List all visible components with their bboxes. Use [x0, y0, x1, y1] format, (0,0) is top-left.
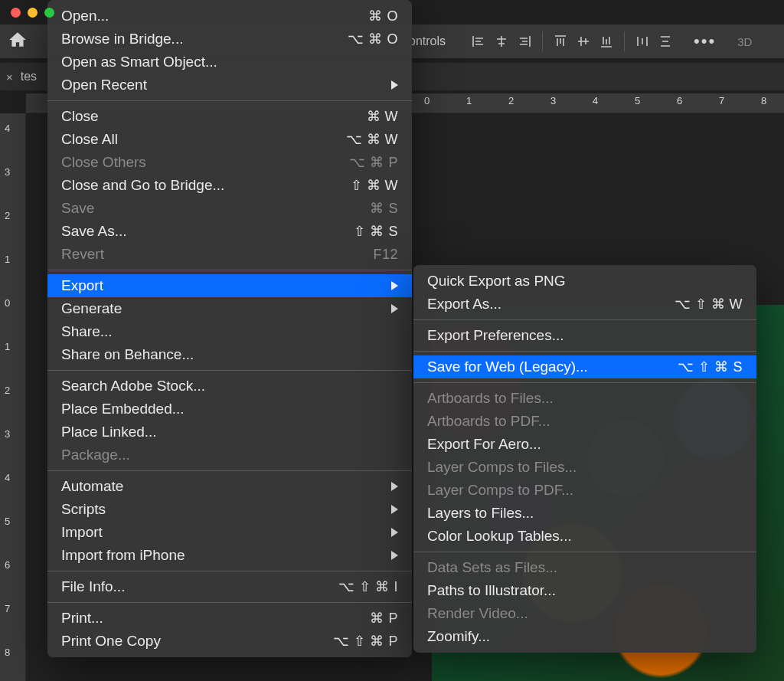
file_menu-item-label: Share...: [61, 322, 398, 342]
file_menu-item[interactable]: Open Recent: [47, 74, 412, 97]
file_menu-item[interactable]: Open as Smart Object...: [47, 51, 412, 74]
export_menu-item[interactable]: Export For Aero...: [413, 433, 756, 456]
export-submenu: Quick Export as PNGExport As...⌥ ⇧ ⌘ WEx…: [413, 265, 756, 653]
file_menu-separator: [47, 270, 412, 270]
submenu-arrow-icon: [391, 80, 398, 90]
ruler-v-tick: 7: [5, 603, 10, 614]
export_menu-item[interactable]: Save for Web (Legacy)...⌥ ⇧ ⌘ S: [413, 355, 756, 378]
file_menu-item-label: Close Others: [61, 152, 349, 172]
file_menu-item: RevertF12: [47, 243, 412, 266]
ruler-h-tick: 8: [761, 95, 766, 106]
file_menu-item[interactable]: Generate: [47, 297, 412, 320]
more-options-icon[interactable]: •••: [694, 31, 716, 51]
export_menu-item-label: Export Preferences...: [427, 326, 743, 345]
file_menu-item[interactable]: Share...: [47, 320, 412, 343]
file_menu-item-label: Search Adobe Stock...: [61, 376, 398, 396]
file_menu-item-label: Package...: [61, 445, 398, 465]
file_menu-item[interactable]: Close and Go to Bridge...⇧ ⌘ W: [47, 174, 412, 197]
ruler-h-tick: 1: [466, 95, 472, 106]
file_menu-item[interactable]: Close All⌥ ⌘ W: [47, 128, 412, 151]
file_menu-item[interactable]: File Info...⌥ ⇧ ⌘ I: [47, 575, 412, 598]
align-vcenter-icon[interactable]: [573, 31, 593, 51]
file_menu-item-label: Share on Behance...: [61, 345, 398, 365]
minimize-window-dot[interactable]: [28, 8, 38, 18]
export_menu-item-label: Layer Comps to Files...: [427, 457, 743, 477]
export_menu-item-label: Export As...: [427, 294, 675, 314]
export_menu-item-shortcut: ⌥ ⇧ ⌘ S: [678, 358, 743, 376]
submenu-arrow-icon: [391, 528, 398, 537]
file_menu-item[interactable]: Save As...⇧ ⌘ S: [47, 220, 412, 243]
document-tab-name[interactable]: tes: [21, 70, 37, 83]
file_menu-item-label: Print...: [61, 608, 370, 628]
file_menu-item[interactable]: Print...⌘ P: [47, 607, 412, 630]
file_menu-item-label: Place Linked...: [61, 422, 398, 442]
file_menu-item[interactable]: Close⌘ W: [47, 105, 412, 128]
file_menu-item-shortcut: ⌘ P: [370, 609, 398, 627]
file_menu-item-label: File Info...: [61, 577, 338, 597]
export_menu-item[interactable]: Layers to Files...: [413, 502, 756, 525]
distribute-v-icon[interactable]: [655, 31, 675, 51]
export_menu-item[interactable]: Export Preferences...: [413, 324, 756, 347]
ruler-v-tick: 2: [5, 385, 10, 396]
ruler-h-tick: 0: [424, 95, 430, 106]
file_menu-item[interactable]: Import: [47, 521, 412, 544]
file_menu-item-label: Close All: [61, 129, 346, 149]
file_menu-item[interactable]: Browse in Bridge...⌥ ⌘ O: [47, 28, 412, 51]
export_menu-item-label: Color Lookup Tables...: [427, 526, 743, 546]
ruler-v-tick: 1: [5, 254, 10, 265]
file_menu-item[interactable]: Place Linked...: [47, 421, 412, 444]
file_menu-separator: [47, 571, 412, 571]
ruler-v-tick: 4: [5, 123, 10, 134]
ruler-h-tick: 2: [508, 95, 514, 106]
align-bottom-icon[interactable]: [596, 31, 616, 51]
tab-close-icon[interactable]: ×: [6, 70, 13, 83]
submenu-arrow-icon: [391, 551, 398, 560]
file_menu-item-shortcut: ⌥ ⌘ W: [346, 130, 399, 149]
align-left-icon[interactable]: [469, 31, 488, 51]
file_menu-item: Package...: [47, 444, 412, 467]
align-right-icon[interactable]: [514, 31, 534, 51]
file_menu-item[interactable]: Import from iPhone: [47, 544, 412, 567]
export_menu-item[interactable]: Export As...⌥ ⇧ ⌘ W: [413, 293, 756, 316]
export_menu-item-shortcut: ⌥ ⇧ ⌘ W: [675, 295, 743, 313]
file_menu-item[interactable]: Open...⌘ O: [47, 5, 412, 28]
export_menu-item-label: Paths to Illustrator...: [427, 581, 743, 601]
file_menu-item-label: Revert: [61, 244, 373, 264]
file_menu-item[interactable]: Share on Behance...: [47, 343, 412, 366]
file-menu: Open...⌘ OBrowse in Bridge...⌥ ⌘ OOpen a…: [47, 0, 412, 657]
file_menu-item-shortcut: ⌘ W: [367, 107, 399, 126]
close-window-dot[interactable]: [11, 8, 21, 18]
zoom-window-dot[interactable]: [44, 8, 54, 18]
3d-mode-label[interactable]: 3D: [737, 35, 752, 48]
export_menu-item[interactable]: Color Lookup Tables...: [413, 525, 756, 548]
submenu-arrow-icon: [391, 482, 398, 491]
ruler-h-tick: 7: [719, 95, 724, 106]
ruler-vertical[interactable]: 4321012345678: [0, 113, 26, 681]
file_menu-item[interactable]: Export: [47, 274, 412, 297]
export_menu-item-label: Artboards to PDF...: [427, 411, 743, 431]
file_menu-item-shortcut: F12: [373, 245, 398, 264]
file_menu-item-label: Save As...: [61, 221, 354, 241]
align-top-icon[interactable]: [550, 31, 570, 51]
file_menu-item[interactable]: Search Adobe Stock...: [47, 375, 412, 398]
file_menu-item[interactable]: Automate: [47, 475, 412, 498]
home-icon[interactable]: [8, 30, 28, 53]
file_menu-item[interactable]: Scripts: [47, 498, 412, 521]
align-hcenter-icon[interactable]: [492, 31, 511, 51]
file_menu-item-label: Close: [61, 106, 367, 126]
export_menu-item-label: Data Sets as Files...: [427, 558, 743, 578]
export_menu-item-label: Layer Comps to PDF...: [427, 480, 743, 500]
ruler-v-tick: 8: [5, 647, 10, 658]
ruler-v-tick: 2: [5, 210, 10, 221]
export_menu-item[interactable]: Zoomify...: [413, 625, 756, 648]
distribute-h-icon[interactable]: [632, 31, 652, 51]
file_menu-item: Close Others⌥ ⌘ P: [47, 151, 412, 174]
export_menu-item[interactable]: Paths to Illustrator...: [413, 579, 756, 602]
ruler-h-tick: 5: [635, 95, 640, 106]
file_menu-item[interactable]: Place Embedded...: [47, 398, 412, 421]
file_menu-item[interactable]: Print One Copy⌥ ⇧ ⌘ P: [47, 630, 412, 653]
export_menu-item[interactable]: Quick Export as PNG: [413, 270, 756, 293]
ruler-v-tick: 3: [5, 428, 10, 440]
export_menu-item-label: Zoomify...: [427, 627, 743, 647]
export_menu-item: Artboards to Files...: [413, 387, 756, 410]
